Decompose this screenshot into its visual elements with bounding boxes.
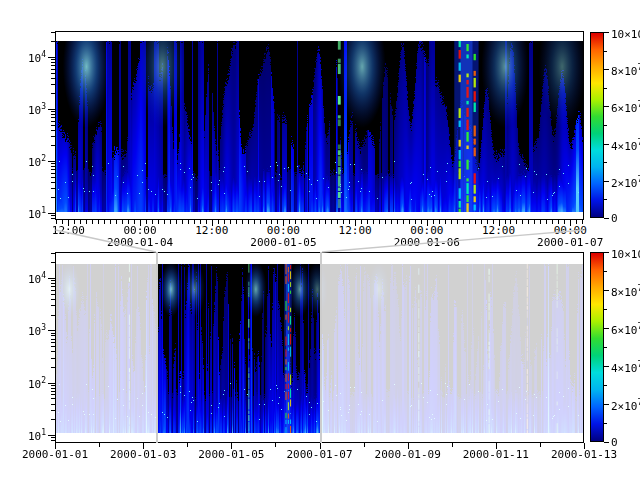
x-minor-tick <box>373 220 374 224</box>
x-minor-tick <box>128 220 129 224</box>
overview-dimmed-region-right <box>322 253 583 442</box>
x-minor-tick <box>409 220 410 224</box>
y-minor-tick <box>51 130 55 131</box>
x-minor-tick <box>224 220 225 224</box>
zoom-spectrogram-canvas <box>56 41 583 212</box>
x-minor-tick <box>319 220 320 224</box>
x-minor-tick <box>379 220 380 224</box>
x-minor-tick <box>74 220 75 224</box>
y-minor-tick <box>51 290 55 291</box>
y-minor-tick <box>51 65 55 66</box>
x-tick-label: 2000-01-07 <box>286 449 352 460</box>
y-minor-tick <box>51 367 55 368</box>
colorbar-tick-label: 10×107 <box>611 247 640 260</box>
y-minor-tick <box>51 283 55 284</box>
x-minor-tick <box>277 220 278 224</box>
y-minor-tick <box>51 394 55 395</box>
colorbar-minor-tick <box>604 125 607 126</box>
y-major-tick <box>48 383 55 384</box>
x-minor-tick <box>170 220 171 224</box>
x-minor-tick <box>552 220 553 224</box>
y-major-tick <box>48 330 55 331</box>
x-minor-tick <box>158 220 159 224</box>
x-minor-tick <box>275 443 276 447</box>
colorbar-tick <box>604 144 609 145</box>
x-minor-tick <box>80 220 81 224</box>
selection-window[interactable] <box>156 252 322 443</box>
y-major-tick <box>48 109 55 110</box>
x-tick-label: 2000-01-09 <box>375 449 441 460</box>
x-tick-label: 00:00 <box>554 225 587 236</box>
y-minor-tick <box>51 69 55 70</box>
y-minor-tick <box>51 121 55 122</box>
y-minor-tick <box>51 315 55 316</box>
colorbar-tick <box>604 442 609 443</box>
y-minor-tick <box>51 218 55 219</box>
colorbar-tick <box>604 69 609 70</box>
x-minor-tick <box>230 220 231 224</box>
x-minor-tick <box>433 220 434 224</box>
y-minor-tick <box>51 173 55 174</box>
x-minor-tick <box>98 220 99 224</box>
x-tick-label: 2000-01-05 <box>198 449 264 460</box>
x-minor-tick <box>134 220 135 224</box>
colorbar-tick-label: 8×107 <box>611 285 640 298</box>
x-minor-tick <box>122 220 123 224</box>
colorbar-tick-label: 4×107 <box>611 139 640 152</box>
y-minor-tick <box>51 41 55 42</box>
x-minor-tick <box>385 220 386 224</box>
x-minor-tick <box>349 220 350 224</box>
y-tick-label: 104 <box>19 272 46 285</box>
y-minor-tick <box>51 166 55 167</box>
zoom-colorbar <box>590 32 604 218</box>
y-tick-label: 104 <box>19 51 46 64</box>
colorbar-minor-tick <box>604 162 607 163</box>
x-tick-label: 12:00 <box>52 225 85 236</box>
x-tick-label: 2000-01-13 <box>551 449 617 460</box>
y-minor-tick <box>51 111 55 112</box>
x-minor-tick <box>558 220 559 224</box>
x-minor-tick <box>242 220 243 224</box>
x-minor-tick <box>403 220 404 224</box>
y-minor-tick <box>51 385 55 386</box>
x-minor-tick <box>457 220 458 224</box>
x-minor-tick <box>325 220 326 224</box>
colorbar-minor-tick <box>604 347 607 348</box>
x-minor-tick <box>367 220 368 224</box>
y-major-tick <box>48 213 55 214</box>
y-minor-tick <box>51 437 55 438</box>
x-minor-tick <box>445 220 446 224</box>
x-minor-tick <box>546 220 547 224</box>
x-tick-label: 12:00 <box>195 225 228 236</box>
x-minor-tick <box>295 220 296 224</box>
y-minor-tick <box>51 339 55 340</box>
x-minor-tick <box>364 443 365 447</box>
x-minor-tick <box>313 220 314 224</box>
x-minor-tick <box>337 220 338 224</box>
colorbar-tick-label: 2×107 <box>611 176 640 189</box>
x-tick-label: 00:00 <box>267 225 300 236</box>
x-minor-tick <box>271 220 272 224</box>
y-minor-tick <box>51 188 55 189</box>
x-date-label: 2000-01-07 <box>537 237 603 248</box>
y-minor-tick <box>51 125 55 126</box>
y-minor-tick <box>51 32 55 33</box>
y-minor-tick <box>51 335 55 336</box>
y-minor-tick <box>51 294 55 295</box>
y-minor-tick <box>51 177 55 178</box>
x-minor-tick <box>475 220 476 224</box>
x-minor-tick <box>516 220 517 224</box>
colorbar-minor-tick <box>604 88 607 89</box>
y-minor-tick <box>51 299 55 300</box>
x-minor-tick <box>576 220 577 224</box>
x-minor-tick <box>254 220 255 224</box>
y-minor-tick <box>51 73 55 74</box>
y-minor-tick <box>51 346 55 347</box>
x-tick-label: 12:00 <box>339 225 372 236</box>
x-minor-tick <box>331 220 332 224</box>
y-minor-tick <box>51 215 55 216</box>
colorbar-tick <box>604 218 609 219</box>
y-minor-tick <box>51 145 55 146</box>
colorbar-minor-tick <box>604 423 607 424</box>
x-minor-tick <box>248 220 249 224</box>
